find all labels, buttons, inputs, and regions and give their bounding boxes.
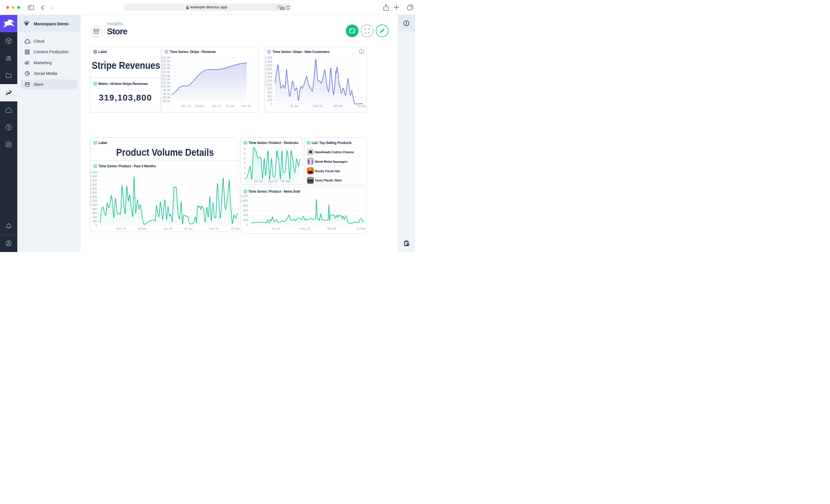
svg-text:200: 200 <box>92 220 97 223</box>
svg-text:1,200: 1,200 <box>90 199 97 202</box>
svg-text:08 Feb: 08 Feb <box>333 105 343 108</box>
svg-text:0: 0 <box>247 224 248 227</box>
svg-text:2,000: 2,000 <box>90 183 97 186</box>
svg-text:1,600: 1,600 <box>90 191 97 194</box>
svg-text:1,600: 1,600 <box>265 72 272 75</box>
svg-text:1,200: 1,200 <box>241 194 248 198</box>
svg-text:1: 1 <box>244 177 246 180</box>
svg-text:600: 600 <box>92 212 97 215</box>
svg-text:200: 200 <box>243 219 248 222</box>
svg-text:Jan '22: Jan '22 <box>212 105 221 108</box>
svg-text:Feb '22: Feb '22 <box>242 105 251 108</box>
svg-text:24 Jan: 24 Jan <box>272 227 280 230</box>
svg-text:800: 800 <box>267 87 272 90</box>
svg-text:2,200: 2,200 <box>265 60 272 63</box>
svg-text:Jan '22: Jan '22 <box>163 227 172 230</box>
svg-text:100.0K: 100.0K <box>161 85 170 88</box>
svg-text:16 Feb: 16 Feb <box>356 227 365 230</box>
svg-text:3: 3 <box>244 166 246 170</box>
svg-text:15 Dec: 15 Dec <box>137 227 147 230</box>
svg-text:400: 400 <box>267 95 272 98</box>
svg-text:105.0K: 105.0K <box>161 81 170 85</box>
svg-text:400: 400 <box>243 214 248 217</box>
svg-text:15 Jan: 15 Jan <box>184 227 193 230</box>
svg-text:0: 0 <box>270 103 272 106</box>
svg-text:2,000: 2,000 <box>265 64 272 67</box>
svg-text:80.0K: 80.0K <box>163 100 170 103</box>
svg-text:2: 2 <box>244 172 246 175</box>
svg-text:1,000: 1,000 <box>90 203 97 206</box>
svg-text:1,800: 1,800 <box>90 187 97 190</box>
svg-text:2,200: 2,200 <box>90 179 97 182</box>
svg-text:Feb '22: Feb '22 <box>300 227 310 230</box>
svg-text:Dec '21: Dec '21 <box>181 105 191 108</box>
svg-text:Dec '21: Dec '21 <box>117 227 126 230</box>
svg-text:6: 6 <box>244 147 246 150</box>
svg-text:400: 400 <box>92 216 97 219</box>
svg-text:2,600: 2,600 <box>90 171 97 174</box>
svg-text:24 Jan: 24 Jan <box>290 105 299 108</box>
svg-text:1,000: 1,000 <box>241 199 248 202</box>
svg-text:600: 600 <box>267 91 272 94</box>
svg-text:Feb '22: Feb '22 <box>209 227 219 230</box>
svg-text:15 Jan: 15 Jan <box>226 105 234 108</box>
svg-text:140.0K: 140.0K <box>161 56 170 59</box>
svg-text:1,000: 1,000 <box>265 83 272 87</box>
svg-text:120.0K: 120.0K <box>161 71 170 74</box>
svg-text:135.0K: 135.0K <box>161 60 170 63</box>
svg-text:200: 200 <box>267 99 272 102</box>
svg-text:125.0K: 125.0K <box>161 67 170 70</box>
svg-text:4: 4 <box>244 162 246 165</box>
svg-text:130.0K: 130.0K <box>161 63 170 67</box>
svg-text:800: 800 <box>243 204 248 207</box>
svg-text:115.0K: 115.0K <box>162 74 170 77</box>
svg-text:110.0K: 110.0K <box>162 78 170 81</box>
svg-text:15 Dec: 15 Dec <box>195 105 204 108</box>
svg-text:800: 800 <box>92 208 97 211</box>
svg-text:16 Feb: 16 Feb <box>357 105 366 108</box>
svg-text:600: 600 <box>243 209 248 212</box>
svg-text:Feb '22: Feb '22 <box>313 105 322 108</box>
svg-text:08 Feb: 08 Feb <box>327 227 336 230</box>
svg-text:1,400: 1,400 <box>90 195 97 198</box>
svg-text:5: 5 <box>244 152 246 155</box>
svg-text:0: 0 <box>95 224 97 227</box>
svg-text:2,400: 2,400 <box>90 175 97 178</box>
svg-text:95.0K: 95.0K <box>163 89 170 92</box>
svg-text:15 Feb: 15 Feb <box>230 227 240 230</box>
svg-text:90.0K: 90.0K <box>163 93 170 96</box>
svg-text:1,400: 1,400 <box>265 75 272 79</box>
svg-text:1,800: 1,800 <box>265 68 272 71</box>
svg-text:1,200: 1,200 <box>265 79 272 82</box>
svg-text:2,400: 2,400 <box>265 56 272 59</box>
svg-text:85.0K: 85.0K <box>163 96 170 99</box>
svg-text:5: 5 <box>244 157 246 160</box>
